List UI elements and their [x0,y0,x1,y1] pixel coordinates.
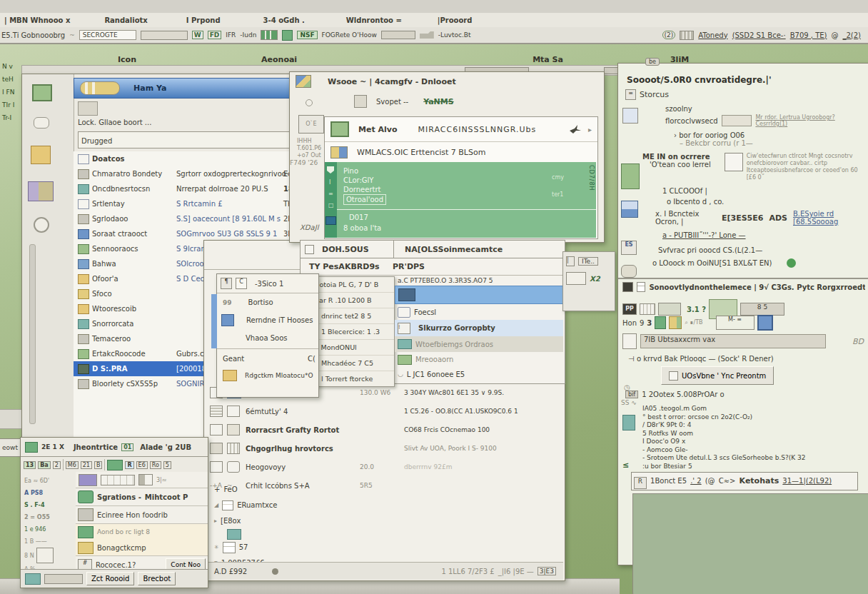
snapshot-button[interactable]: Brecbot [138,572,176,585]
rw-list-item[interactable]: ° best t orror: orcsoe cn 2o2(C-O₂) [642,413,864,422]
tool-button[interactable]: Ba [38,461,51,469]
col-header-1[interactable]: DOH.5OUS [322,245,390,254]
expand-icon[interactable]: ▸ [214,513,217,529]
popup-item[interactable]: Vhaoa Soos [217,329,318,347]
option-item[interactable]: Wtoefbiemgs Ordraos [395,336,563,352]
grid-icon[interactable] [261,30,278,40]
form-line[interactable]: a - PUTBIII˝'''-?' Lone — [662,231,865,239]
behind-menu-item[interactable]: Aeonoai [261,55,297,64]
tool-swatch[interactable] [107,460,123,470]
tree-item[interactable]: ▸[E8ox [214,513,278,529]
rw-icon-photo[interactable] [621,163,640,189]
footer-code[interactable]: 31—1|(2(L92) [782,477,832,485]
toolbox-row[interactable]: 8 N [24,548,79,563]
tree-item[interactable]: ✳57 [214,540,278,555]
option-item[interactable]: ◡ L JC1 6onoee E5 [395,367,563,381]
count-badge[interactable]: (2) [662,31,676,39]
header-row2[interactable]: WMLACS.OIC Erttencist 7 BLSom [325,142,597,162]
footer-frag[interactable]: (@ [705,477,715,485]
spec-icon-b[interactable] [227,406,240,417]
toolbox-row[interactable]: Ea ≈ 6D' [24,475,79,487]
spec-row[interactable]: Rorracsrt Grafty Rortot CO68 Frcis COcne… [204,421,565,439]
desktop-label[interactable]: Tr-I [2,111,24,124]
footer-frag[interactable]: .' 2 [690,477,701,485]
search-right-glyph[interactable]: BD [852,337,864,346]
swatch-yellow[interactable] [669,316,682,329]
toolbar-85[interactable]: 8 5 [740,303,784,316]
rw-subrow[interactable]: ≡ Storcus [625,89,669,100]
person-icon[interactable] [622,333,637,349]
behind-menu-item[interactable]: Icon [118,55,136,64]
window-nub[interactable]: be [645,58,660,66]
tray-at[interactable]: @ [831,31,838,39]
blue-app-icon[interactable] [757,315,773,331]
header-row1[interactable]: Met Alvo MIRACC6INSSSLNNGR.Ubs ▸ [325,117,597,142]
pair-icon[interactable] [138,474,153,485]
option-item[interactable]: Foecsl [395,304,563,320]
tree-item[interactable]: ◢ERuamtxce [214,498,278,513]
status-badge[interactable]: 3|E3 [538,567,556,575]
section-icon2[interactable] [637,282,646,292]
form-value[interactable]: ADS [769,213,787,223]
desktop-label[interactable]: I FN [2,86,24,99]
middle-dialog-titlebar[interactable]: Wsooe ~ | 4camgfv - Dnlooet [290,72,604,91]
spec-row[interactable]: 6émtutLy' 4 1 C5.26 - OO.8(CC A1.USKO9C0… [204,402,565,421]
mini-window-icon[interactable] [79,474,97,486]
tool-button[interactable]: 2 [53,461,61,469]
swatch-green[interactable] [655,316,666,329]
menu-item[interactable]: Wldnrontoo = [346,16,402,24]
nsf-button[interactable]: NSF [297,31,317,39]
music-icon[interactable] [34,217,49,233]
desktop-label[interactable]: TIr I [2,99,24,111]
rw-list-item[interactable]: - Srotoem Ute detul.L 3 scs GleSorheobe … [642,454,864,463]
desktop-label[interactable]: teH [2,73,24,86]
form-link[interactable]: B.ESyoie rd [68.5Soooag [793,210,865,226]
preview-thumb[interactable] [566,272,586,285]
chat-icon[interactable] [34,117,49,129]
toolbox-row[interactable]: 1 B —— [24,535,79,548]
rw-list-item[interactable]: IA05 .teogol.m Gom [642,405,864,413]
popup-item[interactable]: 99 Bortiso [217,293,318,311]
spec-icon-a[interactable] [210,461,223,473]
folder-icon[interactable] [31,146,51,164]
header-checkbox[interactable] [305,245,314,254]
tool-button[interactable]: R [125,461,133,469]
radio-icon[interactable] [306,99,313,106]
toolbar-item[interactable]: IFR [226,31,236,39]
spec-icon-a[interactable] [210,406,223,417]
option-item-selected[interactable] [395,286,563,304]
table-row-head[interactable]: TY PesAKBRD9s PR'DPS [301,258,565,276]
tool-button[interactable]: E6 [136,461,148,469]
star-icon[interactable]: ✳ [214,540,219,555]
bottom-field[interactable] [44,574,83,584]
popup-icon-a[interactable]: ¶ [221,278,232,289]
spec-icon-a[interactable] [210,443,223,454]
spec-icon-b[interactable] [227,443,240,454]
plus-icon[interactable]: + [214,482,220,498]
side-tab-label[interactable]: ITe.. [578,257,598,266]
rw-icon-es[interactable]: ES [621,241,637,255]
rw-search-input[interactable]: 7IB Ubtsaxxcrm vax [640,334,826,348]
leaf-icon[interactable] [282,30,293,41]
menu-item[interactable]: I Prpond [186,16,221,24]
tool-button[interactable]: 5 [163,461,171,469]
rw-icon-ss[interactable]: SS ∿ [621,399,637,406]
option-item[interactable]: a.C PT7EBEO.O 3.3R3S.AO7 5 [395,275,563,286]
toolbox-row[interactable]: 1 e 946 [24,523,79,535]
popup-item[interactable]: Rdgctkm Mloatocu*O [217,366,318,385]
section-icon[interactable] [622,282,633,292]
tool-button[interactable]: 13 [24,461,36,469]
spec-icon-b[interactable] [227,424,240,436]
bottom-icon[interactable] [25,573,41,585]
badge-w[interactable]: W [192,31,203,39]
option-item[interactable]: Mreooaorn [395,352,563,367]
segmented-control[interactable] [101,475,135,485]
doc-icon[interactable] [354,95,367,108]
bl-list-item[interactable]: Bonagctkcmp [76,540,208,556]
footer-frag[interactable]: C≈> [719,477,736,485]
spec-row[interactable]: Heogovoyy 20.0 dberrrnv 92£m [204,458,565,476]
tool-button[interactable]: B [94,461,103,469]
behind-menu-item[interactable]: Mta Sa [533,55,563,64]
segmented[interactable]: M- ≡ [716,316,755,330]
bl-list-item[interactable]: Sgrations - Mihtcoot P [76,488,208,506]
